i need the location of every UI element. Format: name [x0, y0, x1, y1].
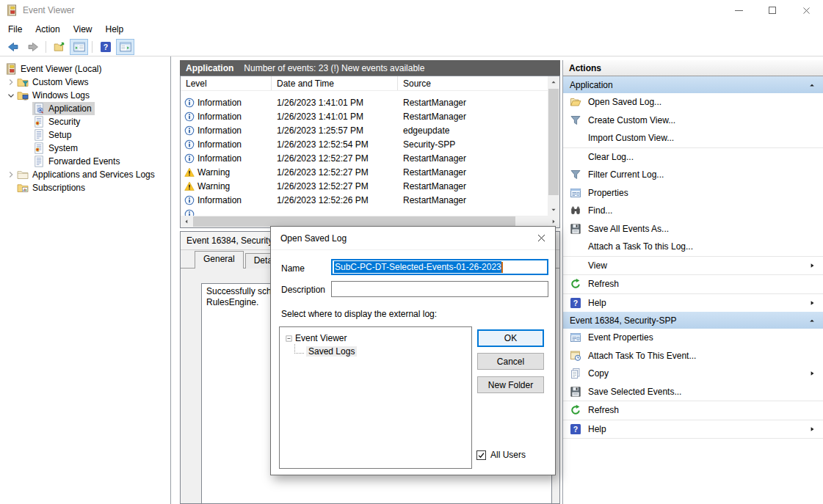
- tree-item-windows-logs[interactable]: Windows Logs: [0, 89, 170, 102]
- action-attach-task-to-log[interactable]: Attach a Task To this Log...: [563, 238, 823, 256]
- event-row[interactable]: Information 1/26/2023 12:52:54 PM Securi…: [181, 137, 548, 151]
- name-input[interactable]: SubC-PC-DT-Selected-Events-01-26-2023: [331, 259, 548, 275]
- action-clear-log[interactable]: Clear Log...: [563, 148, 823, 167]
- action-create-custom-view[interactable]: Create Custom View...: [563, 112, 823, 130]
- display-location-tree[interactable]: Event Viewer Saved Logs: [279, 326, 472, 469]
- setup-log-icon: [33, 129, 45, 141]
- action-help[interactable]: ?Help: [563, 294, 823, 313]
- collapse-arrow-icon[interactable]: [808, 81, 816, 89]
- minimize-icon: [735, 10, 743, 11]
- filter-icon: [570, 114, 581, 126]
- submenu-arrow-icon: [808, 299, 816, 307]
- column-level[interactable]: Level: [181, 76, 272, 90]
- action-refresh[interactable]: Refresh: [563, 275, 823, 293]
- tree-item-event-viewer-local[interactable]: Event Viewer (Local): [0, 62, 170, 76]
- maximize-button[interactable]: [755, 0, 789, 21]
- cancel-button[interactable]: Cancel: [477, 353, 544, 370]
- menu-help[interactable]: Help: [99, 21, 131, 37]
- scroll-left-arrow-icon[interactable]: [181, 216, 192, 227]
- description-input[interactable]: [331, 281, 548, 297]
- refresh-icon: [570, 404, 581, 416]
- action-open-saved-log[interactable]: Open Saved Log...: [563, 93, 823, 112]
- all-users-checkbox-row[interactable]: All Users: [476, 450, 526, 460]
- tree-item-setup[interactable]: Setup: [0, 128, 170, 142]
- action-find[interactable]: Find...: [563, 202, 823, 220]
- action-filter-current-log[interactable]: Filter Current Log...: [563, 166, 823, 184]
- event-row[interactable]: Warning 1/26/2023 12:52:27 PM RestartMan…: [181, 179, 548, 193]
- export-button[interactable]: [50, 39, 68, 55]
- action-view[interactable]: View: [563, 257, 823, 275]
- vertical-scroll-thumb[interactable]: [548, 89, 559, 195]
- action-attach-task-to-event[interactable]: Attach Task To This Event...: [563, 347, 823, 365]
- info-icon: [184, 112, 195, 122]
- close-icon: [802, 6, 811, 15]
- tab-general[interactable]: General: [195, 251, 244, 269]
- new-folder-button[interactable]: New Folder: [477, 376, 544, 393]
- actions-section-application[interactable]: Application: [563, 76, 823, 93]
- show-action-pane-button[interactable]: [116, 39, 134, 55]
- tree-item-system[interactable]: System: [0, 142, 170, 155]
- event-row[interactable]: Warning 1/26/2023 12:52:27 PM RestartMan…: [181, 165, 548, 179]
- filter-icon: [570, 169, 581, 180]
- event-row[interactable]: [181, 207, 548, 216]
- collapse-expander-icon[interactable]: [286, 335, 292, 342]
- actions-section-event[interactable]: Event 16384, Security-SPP: [563, 312, 823, 329]
- column-source[interactable]: Source: [398, 76, 548, 90]
- chevron-right-icon[interactable]: [6, 77, 16, 87]
- submenu-arrow-icon: [808, 370, 816, 377]
- scroll-up-arrow-icon[interactable]: [548, 76, 559, 88]
- back-icon: [7, 41, 19, 53]
- event-row[interactable]: Information 1/26/2023 1:41:01 PM Restart…: [181, 95, 548, 109]
- help-button[interactable]: ?: [96, 39, 115, 55]
- tree-item-application[interactable]: Application: [0, 102, 170, 115]
- column-date-time[interactable]: Date and Time: [272, 76, 398, 90]
- action-event-properties[interactable]: Event Properties: [563, 329, 823, 347]
- collapse-arrow-icon[interactable]: [808, 317, 816, 324]
- tree-item-subscriptions[interactable]: Subscriptions: [0, 181, 170, 194]
- action-save-selected-events[interactable]: Save Selected Events...: [563, 383, 823, 401]
- properties-icon: [570, 332, 581, 343]
- menu-file[interactable]: File: [1, 21, 29, 37]
- event-row[interactable]: Information 1/26/2023 1:25:57 PM edgeupd…: [181, 123, 548, 137]
- select-location-label: Select where to display the external log…: [281, 309, 437, 319]
- ok-button[interactable]: OK: [477, 329, 544, 347]
- scroll-down-arrow-icon[interactable]: [548, 204, 559, 216]
- dialog-close-button[interactable]: [537, 233, 546, 245]
- tree-item-event-viewer[interactable]: Event Viewer: [286, 332, 471, 345]
- console-tree-icon: [73, 41, 85, 53]
- show-console-tree-button[interactable]: [70, 39, 88, 55]
- action-pane-icon: [120, 41, 131, 53]
- event-row[interactable]: Information 1/26/2023 1:41:01 PM Restart…: [181, 109, 548, 123]
- vertical-scrollbar[interactable]: [548, 76, 559, 216]
- action-refresh-event[interactable]: Refresh: [563, 401, 823, 420]
- event-list-header: Level Date and Time Source: [181, 76, 548, 91]
- forward-button[interactable]: [23, 39, 42, 55]
- action-properties[interactable]: Properties: [563, 184, 823, 202]
- tree-item-applications-services-logs[interactable]: Applications and Services Logs: [0, 168, 170, 181]
- menu-action[interactable]: Action: [29, 21, 66, 37]
- window-title: Event Viewer: [23, 5, 74, 15]
- toolbar: ?: [0, 38, 823, 56]
- tree-item-security[interactable]: Security: [0, 115, 170, 128]
- chevron-down-icon[interactable]: [6, 90, 16, 101]
- action-save-all-events-as[interactable]: Save All Events As...: [563, 220, 823, 238]
- event-row[interactable]: Information 1/26/2023 12:52:26 PM Restar…: [181, 193, 548, 207]
- event-rows: Information 1/26/2023 1:41:01 PM Restart…: [181, 91, 548, 216]
- toolbar-separator: [46, 41, 46, 53]
- toolbar-separator: [92, 41, 93, 53]
- application-log-icon: [33, 103, 45, 114]
- event-row[interactable]: Information 1/26/2023 12:52:27 PM Restar…: [181, 151, 548, 165]
- action-import-custom-view[interactable]: Import Custom View...: [563, 129, 823, 147]
- back-button[interactable]: [4, 39, 22, 55]
- tree-item-saved-logs[interactable]: Saved Logs: [286, 345, 471, 358]
- chevron-right-icon[interactable]: [6, 169, 16, 180]
- minimize-button[interactable]: [722, 0, 755, 21]
- horizontal-scroll-thumb[interactable]: [193, 216, 515, 227]
- tree-item-forwarded-events[interactable]: Forwarded Events: [0, 155, 170, 168]
- action-help-event[interactable]: ?Help: [563, 420, 823, 439]
- close-button[interactable]: [789, 0, 823, 21]
- action-copy[interactable]: Copy: [563, 365, 823, 383]
- checkbox-checked-icon[interactable]: [476, 450, 486, 460]
- tree-item-custom-views[interactable]: Custom Views: [0, 76, 170, 89]
- menu-view[interactable]: View: [67, 21, 99, 37]
